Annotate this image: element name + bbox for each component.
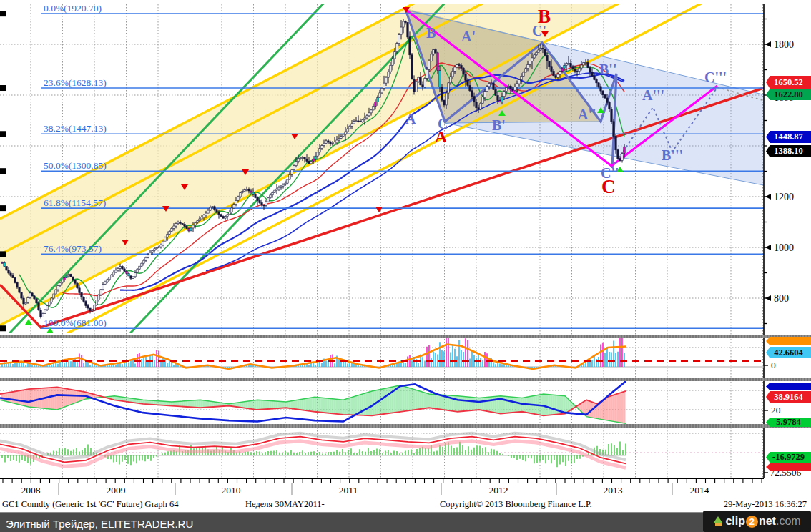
axis-badge--16.9729: -16.9729 [766, 452, 811, 463]
axis-badge-42.6604: 42.6604 [766, 347, 811, 358]
svg-text:2008: 2008 [21, 485, 41, 496]
svg-text:1000: 1000 [774, 242, 794, 253]
svg-text:2014: 2014 [690, 485, 709, 496]
panel-dmi [0, 381, 764, 423]
copyright-label: Copyright© 2013 Bloomberg Finance L.P. [440, 499, 592, 510]
axis-badge-1650.52: 1650.52 [766, 76, 811, 89]
time-axis[interactable]: 2008200920102011201220132014 [0, 478, 764, 496]
chart-footer: GC1 Comdty (Generic 1st 'GC' Future) Gra… [0, 499, 811, 511]
svg-text:2009: 2009 [107, 485, 126, 496]
axis-badge-38.9164: 38.9164 [766, 391, 811, 403]
svg-text:C: C [601, 176, 616, 197]
status-text: Элитный Трейдер, ELITETRADER.RU [6, 518, 193, 530]
svg-text:A: A [406, 111, 416, 127]
svg-text:2012: 2012 [489, 485, 508, 496]
svg-text:B''': B''' [662, 147, 683, 163]
axis-badge-1448.87: 1448.87 [766, 131, 811, 143]
axis-badge-sliver [766, 337, 811, 345]
logo-text-com: .com [776, 515, 801, 528]
svg-text:A''': A''' [642, 87, 664, 103]
svg-text:A: A [435, 127, 448, 146]
svg-text:100.0%(681.00): 100.0%(681.00) [44, 317, 107, 328]
svg-text:2010: 2010 [222, 485, 241, 496]
panel-oscillator [0, 433, 764, 468]
svg-text:800: 800 [774, 293, 789, 304]
svg-text:2013: 2013 [604, 485, 623, 496]
timestamp-label: 29-May-2013 16:36:27 [724, 499, 807, 510]
svg-text:0.0%(1920.70): 0.0%(1920.70) [44, 3, 102, 14]
svg-text:0: 0 [771, 360, 776, 370]
logo-text-net: net [759, 515, 776, 528]
svg-text:20: 20 [771, 405, 781, 415]
panel-momentum [0, 333, 764, 369]
svg-text:C''': C''' [704, 69, 727, 85]
logo-text-2: 2 [746, 516, 758, 528]
svg-text:50.0%(1300.85): 50.0%(1300.85) [44, 160, 107, 171]
axis-badge-sliver [766, 463, 811, 471]
ticker-label: GC1 Comdty (Generic 1st 'GC' Future) Gra… [2, 499, 178, 510]
axis-badge-5.9784: 5.9784 [766, 418, 811, 427]
svg-text:B: B [426, 25, 436, 41]
svg-text:1800: 1800 [774, 39, 794, 50]
price-axis[interactable]: 1800120010008001600020-72.5506 [764, 4, 802, 478]
bloomberg-terminal-chart: 0.0%(1920.70)23.6%(1628.13)38.2%(1447.13… [0, 0, 811, 532]
svg-text:C': C' [532, 23, 546, 39]
price-chart-canvas[interactable]: 0.0%(1920.70)23.6%(1628.13)38.2%(1447.13… [0, 0, 811, 511]
panel-separator-3[interactable] [0, 424, 811, 428]
svg-text:B': B' [492, 117, 506, 133]
svg-text:A': A' [461, 29, 476, 44]
period-label: Неделя 30MAY2011- [245, 499, 325, 510]
svg-text:2011: 2011 [339, 485, 358, 496]
clip2net-logo[interactable]: clip 2 net .com [703, 511, 811, 532]
axis-badge-1622.80: 1622.80 [766, 89, 811, 100]
svg-text:23.6%(1628.13): 23.6%(1628.13) [44, 77, 107, 88]
svg-text:76.4%(973.57): 76.4%(973.57) [44, 243, 102, 254]
svg-text:B'': B'' [599, 61, 616, 77]
panel-separator-1[interactable] [0, 335, 811, 338]
upload-arrow-base-icon [715, 523, 722, 526]
axis-badge-sliver [766, 383, 811, 390]
status-bar: Элитный Трейдер, ELITETRADER.RU [0, 512, 811, 532]
logo-text-clip: clip [725, 515, 745, 528]
svg-text:61.8%(1154.57): 61.8%(1154.57) [44, 197, 106, 208]
svg-text:38.2%(1447.13): 38.2%(1447.13) [44, 123, 107, 134]
svg-text:1200: 1200 [774, 192, 794, 202]
panel-separator-2[interactable] [0, 378, 811, 381]
axis-badge-1388.10: 1388.10 [766, 145, 811, 157]
svg-text:A'': A'' [578, 107, 596, 122]
